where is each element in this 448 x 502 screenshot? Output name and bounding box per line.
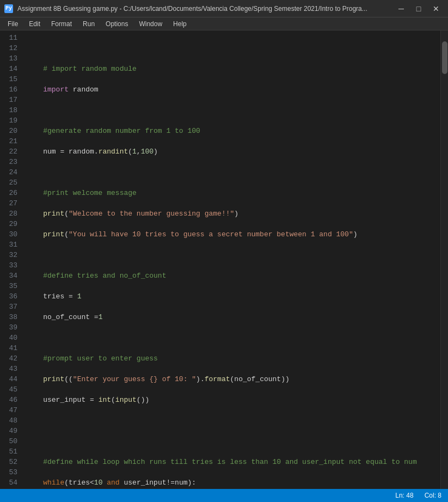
line-numbers: 11 12 13 14 15 16 17 18 19 20 21 22 23 2…: [0, 30, 22, 489]
menu-help[interactable]: Help: [168, 19, 192, 29]
code-line-15: #generate random number from 1 to 100: [26, 126, 440, 136]
scrollbar-thumb[interactable]: [442, 41, 447, 74]
menu-file[interactable]: File: [2, 19, 23, 29]
window-controls[interactable]: ─ □ ✕: [394, 3, 444, 15]
menu-run[interactable]: Run: [77, 19, 100, 29]
menu-format[interactable]: Format: [46, 19, 77, 29]
code-line-13: import random: [26, 84, 440, 95]
editor-container: 11 12 13 14 15 16 17 18 19 20 21 22 23 2…: [0, 30, 448, 489]
minimize-button[interactable]: ─: [394, 3, 409, 15]
menu-window[interactable]: Window: [133, 19, 168, 29]
code-line-14: [26, 105, 440, 115]
code-line-24: no_of_count =1: [26, 312, 440, 322]
code-line-29: [26, 415, 440, 426]
title-bar-left: Py Assignment 8B Guessing game.py - C:/U…: [4, 4, 367, 13]
code-line-21: [26, 250, 440, 260]
code-line-19: print("Welcome to the number guessing ga…: [26, 209, 440, 219]
code-line-23: tries = 1: [26, 291, 440, 302]
code-line-32: while(tries<10 and user_input!=num):: [26, 477, 440, 488]
code-editor[interactable]: # import random module import random #ge…: [22, 30, 440, 489]
close-button[interactable]: ✕: [428, 3, 444, 15]
maximize-button[interactable]: □: [411, 3, 426, 15]
code-line-26: #prompt user to enter guess: [26, 353, 440, 364]
window-title: Assignment 8B Guessing game.py - C:/User…: [17, 5, 367, 13]
menu-edit[interactable]: Edit: [23, 19, 46, 29]
code-line-31: #define while loop which runs till tries…: [26, 457, 440, 467]
status-bar: Ln: 48 Col: 8: [0, 489, 448, 502]
code-line-28: user_input = int(input()): [26, 395, 440, 405]
code-line-12: # import random module: [26, 64, 440, 74]
app-icon: Py: [4, 4, 13, 13]
code-line-16: num = random.randint(1,100): [26, 146, 440, 157]
code-line-27: print(("Enter your guess {} of 10: ").fo…: [26, 374, 440, 384]
code-line-17: [26, 167, 440, 177]
code-line-11: [26, 43, 440, 53]
code-line-22: #define tries and no_of_count: [26, 271, 440, 281]
status-ln: Ln: 48: [395, 492, 413, 499]
code-line-25: [26, 333, 440, 343]
code-line-18: #print welcome message: [26, 188, 440, 198]
title-bar: Py Assignment 8B Guessing game.py - C:/U…: [0, 0, 448, 17]
vertical-scrollbar[interactable]: [440, 30, 448, 489]
code-line-30: [26, 436, 440, 446]
code-line-20: print("You will have 10 tries to guess a…: [26, 229, 440, 240]
status-col: Col: 8: [425, 492, 441, 499]
menu-bar: File Edit Format Run Options Window Help: [0, 17, 448, 30]
menu-options[interactable]: Options: [100, 19, 133, 29]
